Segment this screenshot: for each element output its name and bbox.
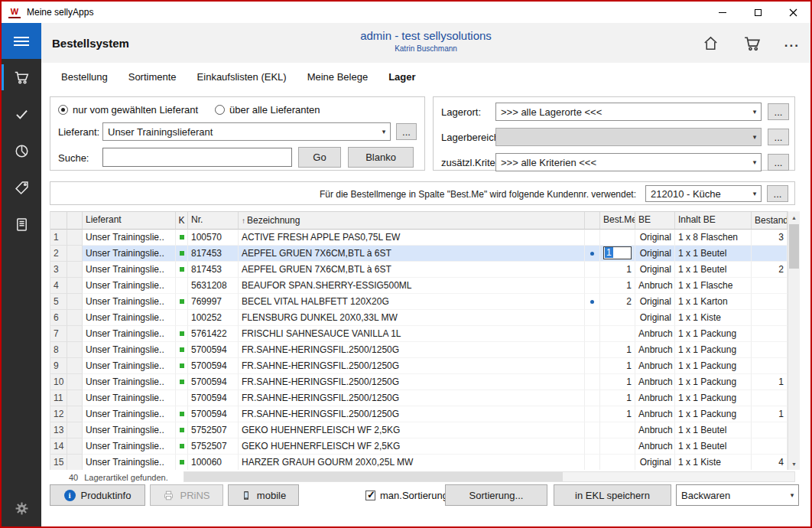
cell-be: Anbruch [635,326,675,342]
table-row[interactable]: 5 Unser Trainingslie.. 769997 BECEL VITA… [50,294,788,310]
cell-bestme[interactable] [600,310,635,326]
table-row[interactable]: 8 Unser Trainingslie.. 5700594 FR.SAHNE-… [50,342,788,358]
kundennr-more-button[interactable]: ... [767,185,788,202]
table-row[interactable]: 2 Unser Trainingslie.. 817453 AEPFEL GRU… [50,246,788,262]
sidebar-item-angebote[interactable] [2,169,41,206]
lagerort-select[interactable]: >>> alle Lagerorte <<< ▾ [495,103,762,121]
table-row[interactable]: 9 Unser Trainingslie.. 5700594 FR.SAHNE-… [50,358,788,374]
ekl-speichern-button[interactable]: in EKL speichern [554,484,671,506]
cell-bestme[interactable]: 1 [600,390,635,406]
kundennr-select[interactable]: 212010 - Küche ▾ [645,185,762,202]
cell-bestme[interactable]: 1 [600,342,635,358]
col-be[interactable]: BE [635,212,675,230]
col-nr[interactable]: Nr. [188,212,239,230]
cell-bestme[interactable]: 1 [600,358,635,374]
tab-meine-belege[interactable]: Meine Belege [307,71,369,83]
mobile-button[interactable]: mobile [228,484,299,506]
table-row[interactable]: 1 Unser Trainingslie.. 100570 ACTIVE FRE… [50,230,788,246]
cell-inhalt: 1 x 1 Flasche [675,278,752,294]
sortierung-button[interactable]: Sortierung... [445,484,547,506]
cell-k [176,455,188,470]
blanko-button[interactable]: Blanko [348,147,414,168]
home-icon[interactable] [702,34,719,52]
scroll-down-icon[interactable]: ▼ [788,458,800,470]
col-indicator[interactable] [67,212,83,230]
sidebar-item-bestellsystem[interactable] [2,59,41,96]
cell-bestme[interactable]: 1 [600,278,635,294]
table-row[interactable]: 10 Unser Trainingslie.. 5700594 FR.SAHNE… [50,374,788,390]
more-menu-icon[interactable]: ... [784,39,800,47]
cell-bestme[interactable]: 1 [600,406,635,422]
bestme-edit-input[interactable]: 1 [603,246,632,259]
maximize-button[interactable] [740,2,775,23]
cell-bestme[interactable] [600,230,635,246]
menu-button[interactable] [2,23,41,59]
col-inhalt[interactable]: Inhalt BE [675,212,752,230]
scrollbar-thumb[interactable] [789,224,799,269]
horizontal-scrollbar[interactable] [184,471,795,482]
table-row[interactable]: 12 Unser Trainingslie.. 5700594 FR.SAHNE… [50,406,788,422]
cell-bestme[interactable]: 1 [600,262,635,278]
lagerort-more-button[interactable]: ... [768,103,789,120]
cell-bestme[interactable] [600,422,635,438]
col-dot[interactable] [585,212,600,230]
col-rownum[interactable] [50,212,67,230]
tab-bestellung[interactable]: Bestellung [61,71,108,83]
table-row[interactable]: 13 Unser Trainingslie.. 5752507 GEKO HUE… [50,422,788,438]
sidebar-item-katalog[interactable] [2,206,41,243]
col-bestme[interactable]: Best.Me [600,212,635,230]
man-sortierung-checkbox[interactable] [365,491,375,500]
col-lieferant[interactable]: Lieferant [83,212,176,230]
cart-icon[interactable] [742,34,762,53]
table-row[interactable]: 15 Unser Trainingslie.. 100060 HARZER GR… [50,455,788,470]
sort-asc-icon: ↑ [242,213,245,229]
tab-sortimente[interactable]: Sortimente [128,71,177,83]
cell-bestme[interactable] [600,326,635,342]
tab-lager[interactable]: Lager [388,71,415,83]
scroll-up-icon[interactable]: ▲ [788,211,800,223]
settings-button[interactable] [2,496,41,520]
sidebar-item-aufgaben[interactable] [2,96,41,132]
suche-label: Suche: [58,152,89,164]
page-title: Bestellsystem [52,37,129,50]
cell-bestme[interactable] [600,438,635,455]
cell-inhalt: 1 x 1 Beutel [675,438,752,455]
row-indicator [67,455,83,470]
table-row[interactable]: 4 Unser Trainingslie.. 5631208 BEAUFOR S… [50,278,788,294]
cell-bestme[interactable] [600,455,635,470]
cell-bestme[interactable]: 2 [600,294,635,310]
lieferant-select[interactable]: Unser Trainingslieferant ▾ [102,122,391,141]
table-row[interactable]: 14 Unser Trainingslie.. 5752507 GEKO HUE… [50,438,788,455]
table-row[interactable]: 6 Unser Trainingslie.. 100252 FLENSBURG … [50,310,788,326]
cell-k [176,422,188,438]
vertical-scrollbar[interactable]: ▲ ▼ [788,211,800,470]
table-row[interactable]: 3 Unser Trainingslie.. 817453 AEPFEL GRU… [50,262,788,278]
col-k[interactable]: K [176,212,188,230]
table-row[interactable]: 7 Unser Trainingslie.. 5761422 FRISCHLI … [50,326,788,342]
minimize-button[interactable] [705,2,740,23]
col-bezeichnung[interactable]: ↑ Bezeichnung [239,212,585,230]
go-button[interactable]: Go [298,147,341,168]
warengruppe-select[interactable]: Backwaren ▾ [676,484,799,506]
lieferant-more-button[interactable]: ... [396,123,417,140]
search-input[interactable] [102,148,292,167]
tab-einkaufslisten[interactable]: Einkaufslisten (EKL) [197,71,287,83]
chevron-down-icon: ▾ [786,491,798,499]
lagerbereich-more-button[interactable]: ... [768,129,789,145]
radio-gewaehlter-lieferant[interactable]: nur vom gewählten Lieferant [58,104,198,116]
cell-bezeichnung: ACTIVE FRESH APPLE PAS0,75L EW [239,230,585,246]
kriterien-more-button[interactable]: ... [768,154,789,171]
lieferant-label: Lieferant: [58,126,99,138]
produktinfo-button[interactable]: Produktinfo [50,484,145,506]
scrollbar-thumb[interactable] [184,472,563,481]
close-button[interactable] [775,2,810,23]
cell-bestme[interactable]: 1 [600,374,635,390]
cell-bestme[interactable]: 1 [600,246,635,262]
cell-nr: 100570 [188,230,239,246]
kriterien-select[interactable]: >>> alle Kriterien <<< ▾ [495,153,762,171]
table-row[interactable]: 11 Unser Trainingslie.. 5700594 FR.SAHNE… [50,390,788,406]
man-sortierung-option[interactable]: man.Sortierung [365,484,448,506]
col-bestand[interactable]: Bestand ↕ [752,212,788,230]
sidebar-item-statistik[interactable] [2,132,41,169]
radio-alle-lieferanten[interactable]: über alle Lieferanten [215,104,320,116]
